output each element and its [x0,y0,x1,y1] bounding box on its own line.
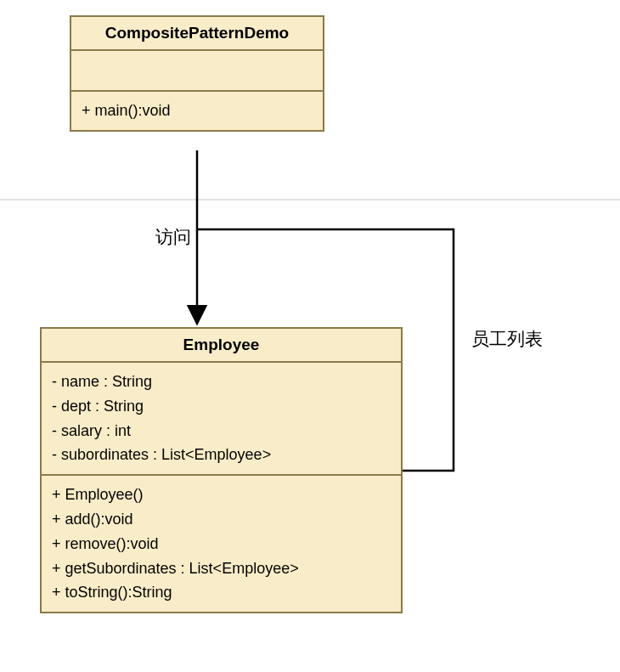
method-line: + getSubordinates : List<Employee> [52,556,391,581]
label-employee-list: 员工列表 [471,327,543,351]
class-attr-section [71,51,323,92]
attr-line: - dept : String [52,394,391,419]
attr-line: - subordinates : List<Employee> [52,443,391,467]
class-attr-section: - name : String - dept : String - salary… [42,363,401,476]
method-line: + remove():void [52,532,391,556]
method-line: + toString():String [52,580,391,605]
class-methods-section: + Employee() + add():void + remove():voi… [42,476,401,612]
label-access: 访问 [155,225,191,249]
class-title: Employee [42,329,401,363]
method-line: + Employee() [52,483,391,507]
attr-line: - salary : int [52,419,391,443]
class-title: CompositePatternDemo [71,17,323,51]
class-employee: Employee - name : String - dept : String… [40,327,403,613]
horizontal-divider [0,199,620,200]
method-line: + add():void [52,507,391,532]
class-methods-section: + main():void [71,92,323,130]
class-composite-pattern-demo: CompositePatternDemo + main():void [70,15,324,132]
method-line: + main():void [82,99,313,123]
attr-line: - name : String [52,370,391,394]
